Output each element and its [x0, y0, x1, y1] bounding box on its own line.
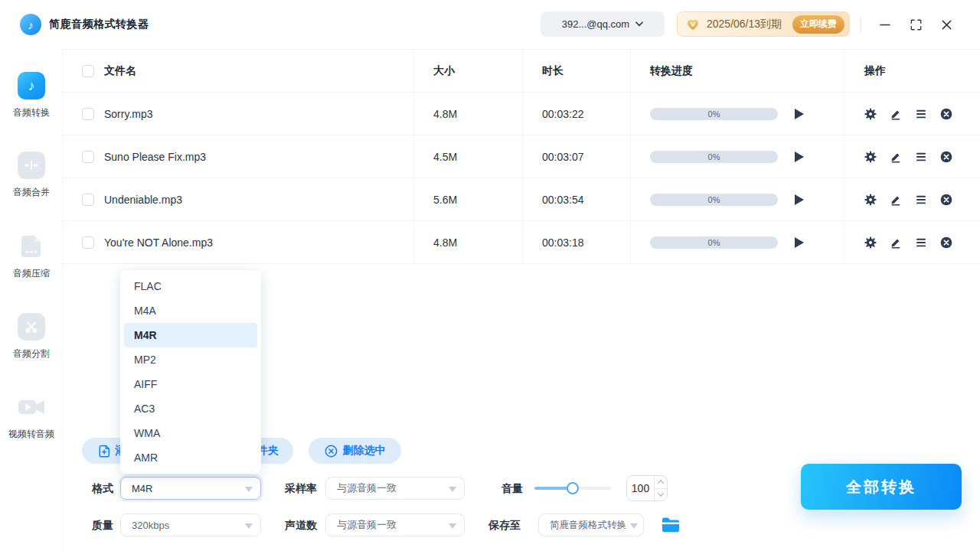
delete-circle-icon [325, 445, 338, 458]
edit-pencil-icon[interactable] [890, 108, 902, 120]
app-logo-icon: ♪ [20, 14, 41, 35]
sidebar-item-video-to-audio[interactable]: 视频转音频 [0, 393, 63, 441]
vip-expiry-badge: 2025/06/13到期 立即续费 [677, 11, 850, 37]
details-list-icon[interactable] [915, 151, 927, 163]
volume-slider[interactable] [534, 487, 611, 490]
sidebar-item-audio-merge[interactable]: 音频合并 [0, 152, 63, 199]
volume-input[interactable]: 100 [626, 475, 668, 501]
remove-file-icon[interactable] [940, 194, 952, 206]
format-option[interactable]: MP2 [124, 347, 257, 372]
spin-up-button[interactable] [655, 476, 667, 489]
maximize-button[interactable] [907, 16, 924, 33]
app-title: 简鹿音频格式转换器 [49, 0, 149, 49]
progress-bar: 0% [650, 151, 778, 163]
sidebar-item-label: 视频转音频 [8, 428, 54, 441]
minimize-button[interactable] [877, 16, 893, 33]
sidebar-item-audio-compress[interactable]: 音频压缩 [0, 233, 63, 280]
save-to-select[interactable]: 简鹿音频格式转换器 [538, 514, 644, 536]
title-bar: ♪ 简鹿音频格式转换器 392...@qq.com 2025/06/13到期 立… [0, 0, 980, 49]
volume-value[interactable]: 100 [627, 476, 654, 500]
channels-select[interactable]: 与源音频一致 [325, 514, 465, 536]
file-name: Undeniable.mp3 [104, 194, 182, 206]
chevron-down-icon [635, 21, 643, 27]
music-note-icon: ♪ [18, 72, 45, 99]
file-duration: 00:03:54 [523, 178, 631, 221]
sample-rate-select[interactable]: 与源音频一致 [325, 477, 465, 500]
close-button[interactable] [938, 16, 955, 33]
format-option-selected[interactable]: M4R [124, 323, 257, 347]
app-window: ♪ 简鹿音频格式转换器 392...@qq.com 2025/06/13到期 立… [0, 0, 980, 551]
col-header-progress: 转换进度 [631, 50, 844, 93]
row-checkbox[interactable] [82, 236, 94, 249]
play-button[interactable] [795, 194, 804, 205]
play-button[interactable] [795, 237, 804, 248]
format-option[interactable]: AC3 [124, 396, 257, 421]
details-list-icon[interactable] [915, 194, 927, 206]
table-row: Undeniable.mp3 5.6M 00:03:54 0% [63, 178, 980, 221]
sidebar-item-label: 音频合并 [13, 186, 50, 199]
settings-gear-icon[interactable] [864, 151, 877, 163]
row-checkbox[interactable] [82, 151, 94, 163]
vip-expiry-date: 2025/06/13到期 [707, 18, 786, 31]
format-option[interactable]: AMR [124, 445, 257, 470]
details-list-icon[interactable] [915, 108, 927, 120]
format-label: 格式 [92, 477, 113, 500]
table-row: Suno Please Fix.mp3 4.5M 00:03:07 0% [63, 135, 980, 178]
file-table: 文件名 大小 时长 转换进度 操作 Sorry.mp3 4.8M 00:03:2… [63, 50, 980, 264]
format-option[interactable]: M4A [124, 298, 257, 323]
file-duration: 00:03:07 [523, 135, 631, 178]
format-option[interactable]: AIFF [124, 372, 257, 396]
format-option[interactable]: WMA [124, 421, 257, 445]
select-all-checkbox[interactable] [82, 65, 94, 77]
select-arrow-icon [630, 523, 638, 529]
sidebar-item-label: 音频分割 [13, 347, 50, 360]
open-folder-button[interactable] [661, 516, 681, 534]
titlebar-divider [861, 17, 861, 32]
progress-bar: 0% [650, 194, 778, 206]
scissors-icon [18, 313, 45, 341]
select-arrow-icon [449, 523, 456, 529]
file-size: 4.8M [414, 93, 523, 135]
remove-file-icon[interactable] [940, 151, 952, 163]
volume-spinner [654, 476, 667, 500]
sidebar-item-audio-split[interactable]: 音频分割 [0, 313, 63, 360]
quality-select[interactable]: 320kbps [120, 514, 261, 536]
merge-icon [18, 152, 45, 179]
col-header-ops: 操作 [844, 50, 980, 93]
table-header-row: 文件名 大小 时长 转换进度 操作 [63, 50, 980, 93]
sidebar-item-label: 音频压缩 [13, 267, 50, 280]
file-name: Suno Please Fix.mp3 [104, 151, 206, 163]
spin-down-button[interactable] [655, 489, 667, 501]
delete-selected-button[interactable]: 删除选中 [309, 438, 401, 464]
edit-pencil-icon[interactable] [890, 194, 902, 206]
file-size: 5.6M [414, 178, 523, 221]
settings-gear-icon[interactable] [864, 194, 877, 206]
video-camera-icon [18, 393, 45, 421]
convert-all-button[interactable]: 全部转换 [801, 464, 962, 510]
format-select[interactable]: M4R [120, 477, 261, 500]
col-header-name: 文件名 [104, 64, 136, 78]
remove-file-icon[interactable] [940, 236, 952, 249]
remove-file-icon[interactable] [940, 108, 952, 120]
edit-pencil-icon[interactable] [890, 236, 902, 249]
row-checkbox[interactable] [82, 108, 94, 120]
file-size: 4.8M [414, 221, 523, 264]
renew-button[interactable]: 立即续费 [792, 15, 844, 34]
settings-gear-icon[interactable] [864, 236, 877, 249]
format-dropdown-list: FLAC M4A M4R MP2 AIFF AC3 WMA AMR [120, 270, 261, 474]
volume-slider-thumb[interactable] [567, 482, 579, 494]
edit-pencil-icon[interactable] [890, 151, 902, 163]
details-list-icon[interactable] [915, 236, 927, 249]
account-dropdown[interactable]: 392...@qq.com [541, 11, 665, 37]
file-duration: 00:03:22 [523, 93, 631, 135]
format-option[interactable]: FLAC [124, 274, 257, 298]
select-arrow-icon [245, 523, 253, 529]
play-button[interactable] [795, 152, 804, 162]
play-button[interactable] [795, 109, 804, 119]
vip-heart-icon [685, 17, 701, 32]
settings-gear-icon[interactable] [864, 108, 877, 120]
progress-bar: 0% [650, 108, 778, 120]
table-row: You're NOT Alone.mp3 4.8M 00:03:18 0% [63, 221, 980, 264]
row-checkbox[interactable] [82, 194, 94, 206]
sidebar-item-audio-convert[interactable]: ♪ 音频转换 [0, 72, 63, 119]
